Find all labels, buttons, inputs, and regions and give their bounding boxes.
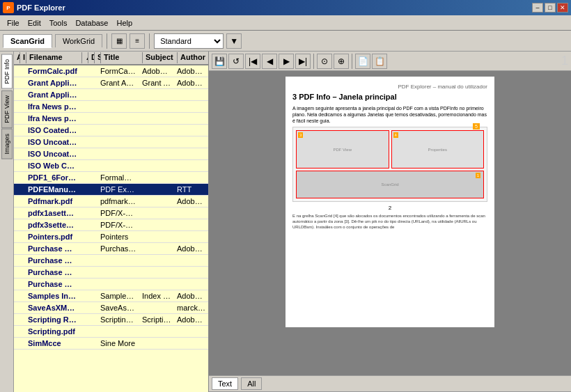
scangrid-tab[interactable]: ScanGrid (3, 34, 52, 48)
table-row[interactable]: Purchase Order ... Purchase O... Adobe S… (14, 243, 208, 255)
file-table-body[interactable]: FormCalc.pdf FormCalc ... Adobe Live... … (14, 65, 208, 392)
table-row[interactable]: ISO Uncoated_F... (14, 148, 208, 160)
minimize-button[interactable]: – (532, 3, 543, 13)
cell-s (92, 130, 97, 131)
menu-file[interactable]: File (3, 17, 24, 29)
table-row[interactable]: pdfx1asettempla... PDF/X-1a ... (14, 207, 208, 219)
cell-sort (81, 189, 86, 190)
cell-d (86, 224, 92, 226)
nav-first[interactable]: |◀ (245, 54, 260, 69)
cell-i (19, 201, 25, 202)
col-i[interactable]: I (20, 52, 26, 63)
workgrid-tab[interactable]: WorkGrid (55, 34, 102, 47)
cell-d (86, 260, 92, 261)
nav-next[interactable]: ▶ (279, 54, 294, 69)
table-row[interactable]: Grant Applicatio... Grant Appli... Grant… (14, 77, 208, 89)
table-row[interactable]: Ifra News print 2... (14, 113, 208, 125)
table-row[interactable]: SimMcce Sine More (14, 338, 208, 350)
cell-a (14, 141, 19, 143)
cell-a (14, 295, 19, 297)
table-row[interactable]: SaveAsXMLDevel... SaveAsXML... marckauf (14, 302, 208, 314)
cell-subject: Scripting f... (139, 315, 174, 324)
all-tab[interactable]: All (241, 377, 262, 390)
cell-subject: Grant Appli... (139, 78, 174, 88)
text-tab[interactable]: Text (212, 377, 238, 390)
toolbar-icon-grid[interactable]: ▦ (111, 33, 127, 49)
col-title[interactable]: Title (101, 52, 143, 63)
cell-s (92, 295, 97, 297)
table-row[interactable]: Scripting ReadMe... Scripting R... Scrip… (14, 314, 208, 326)
toolbar-icon-list[interactable]: ≡ (130, 33, 145, 49)
cell-filename: Purchase Order ... (25, 244, 81, 253)
save-btn[interactable]: 💾 (212, 54, 227, 69)
view-combo[interactable]: Standard (154, 33, 224, 49)
combo-dropdown-btn[interactable]: ▼ (226, 33, 242, 49)
table-row[interactable]: Pdfmark.pdf pdfmark R... Adobe Dev... (14, 196, 208, 207)
col-sort-asc[interactable]: ▲ (82, 52, 88, 63)
cell-subject (139, 283, 174, 285)
cell-author (174, 94, 208, 95)
cell-author (174, 153, 208, 155)
menu-edit[interactable]: Edit (24, 17, 45, 29)
cell-author (174, 141, 208, 143)
cell-subject (139, 189, 174, 190)
cell-a (14, 177, 19, 178)
table-row[interactable]: ISO Uncoated Yel... (14, 136, 208, 148)
table-row[interactable]: Ifra News print 2... (14, 101, 208, 113)
table-row[interactable]: ISO Coated_FOG... (14, 125, 208, 136)
col-d[interactable]: D (88, 52, 95, 63)
nav-prev[interactable]: ◀ (262, 54, 277, 69)
cell-a (14, 224, 19, 226)
nav-last[interactable]: ▶| (295, 54, 311, 69)
table-row[interactable]: Grant Applicatio... (14, 89, 208, 101)
col-filename[interactable]: Filename (26, 52, 82, 63)
cell-title: FormCalc ... (97, 66, 139, 76)
page-view[interactable]: 📄 (355, 54, 370, 69)
table-row[interactable]: PDFEManual.pdf PDF Explor... RTT (14, 184, 208, 196)
cell-s (92, 248, 97, 249)
zoom-in[interactable]: ⊕ (334, 54, 349, 69)
cell-title: PDF Explor... (97, 185, 139, 194)
col-a[interactable]: A (14, 52, 20, 63)
side-tab-pdf-info[interactable]: PDF Info (1, 54, 13, 89)
cell-i (19, 331, 25, 332)
cell-a (14, 319, 19, 320)
menu-help[interactable]: Help (112, 17, 136, 29)
table-row[interactable]: ISO Web Coated_... (14, 160, 208, 172)
table-row[interactable]: Pointers.pdf Pointers (14, 231, 208, 243)
cell-title (97, 106, 139, 107)
table-row[interactable]: pdfx3settemplat... PDF/X-3 Set (14, 219, 208, 231)
cell-d (86, 118, 92, 119)
table-row[interactable]: PDF1_6FormalRe... FormalRep... (14, 172, 208, 184)
table-row[interactable]: Samples Index.pdf Samples In... Index of… (14, 290, 208, 302)
cell-d (86, 165, 92, 166)
side-tab-pdf-view[interactable]: PDF View (1, 91, 13, 128)
cell-filename: Pdfmark.pdf (25, 196, 81, 206)
refresh-btn[interactable]: ↺ (228, 54, 244, 69)
cell-a (14, 70, 19, 72)
cell-a (14, 189, 19, 190)
menu-database[interactable]: Database (71, 17, 112, 29)
table-row[interactable]: Scripting.pdf (14, 326, 208, 338)
table-row[interactable]: Purchase Order... (14, 279, 208, 290)
pdf-explorer-watermark: PDF Explorer – manual do utilizador (292, 84, 487, 90)
close-button[interactable]: ✕ (557, 3, 568, 13)
col-subject[interactable]: Subject (143, 52, 178, 63)
main-layout: PDF Info PDF View Images A I Filename ▲ … (0, 52, 571, 392)
zoom-out[interactable]: ⊙ (317, 54, 332, 69)
side-tab-images[interactable]: Images (1, 129, 13, 159)
table-row[interactable]: FormCalc.pdf FormCalc ... Adobe Live... … (14, 65, 208, 77)
col-s[interactable]: S (95, 52, 101, 63)
maximize-button[interactable]: □ (545, 3, 556, 13)
col-author[interactable]: Author (178, 52, 212, 63)
cell-i (19, 153, 25, 155)
table-row[interactable]: Purchase Order... (14, 255, 208, 267)
cell-subject (139, 343, 174, 344)
app-icon: P (3, 2, 14, 13)
toolbar-separator-2 (149, 33, 150, 49)
menu-tools[interactable]: Tools (45, 17, 72, 29)
cell-a (14, 165, 19, 166)
two-page[interactable]: 📋 (372, 54, 387, 69)
cell-filename: Purchase Order... (25, 256, 81, 265)
table-row[interactable]: Purchase Order... (14, 267, 208, 279)
